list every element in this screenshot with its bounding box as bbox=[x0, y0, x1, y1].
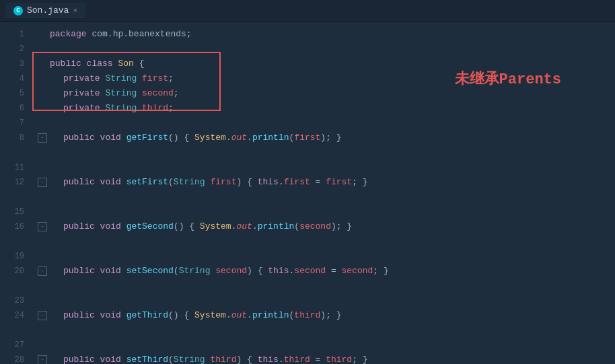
line-num-8: 8 bbox=[5, 131, 24, 145]
code-line-12: - public void setFirst(String first) { t… bbox=[38, 175, 615, 190]
fold-icon-16[interactable]: - bbox=[38, 222, 47, 231]
line-num-15: 15 bbox=[5, 205, 24, 219]
code-line-19 bbox=[38, 249, 615, 264]
tab-close-button[interactable]: × bbox=[73, 7, 77, 15]
code-line-1: package com.hp.beanextends; bbox=[38, 27, 615, 42]
line-numbers: 1 2 3 4 5 6 7 8 11 12 15 16 19 20 23 24 … bbox=[0, 22, 32, 364]
line-num-7: 7 bbox=[5, 116, 24, 131]
line-num-1: 1 bbox=[5, 27, 24, 42]
line-num-19: 19 bbox=[5, 249, 24, 264]
code-line-2 bbox=[38, 42, 615, 57]
code-line-15 bbox=[38, 205, 615, 219]
annotation-text: 未继承Parents bbox=[455, 69, 561, 89]
code-area: 未继承Parents package com.hp.beanextends; p… bbox=[32, 22, 615, 364]
file-tab[interactable]: C Son.java × bbox=[5, 3, 85, 18]
code-line-6: private String third; bbox=[38, 101, 615, 116]
line-num-11: 11 bbox=[5, 160, 24, 175]
code-line-11 bbox=[38, 160, 615, 175]
fold-icon-28[interactable]: - bbox=[38, 355, 47, 364]
line-num-2: 2 bbox=[5, 42, 24, 57]
code-line-13 bbox=[38, 190, 615, 205]
line-num-9 bbox=[5, 145, 24, 160]
code-line-21 bbox=[38, 279, 615, 293]
code-line-7 bbox=[38, 116, 615, 131]
file-type-icon: C bbox=[13, 6, 23, 15]
line-num-20: 20 bbox=[5, 264, 24, 279]
line-num-23: 23 bbox=[5, 293, 24, 308]
fold-icon-12[interactable]: - bbox=[38, 178, 47, 187]
code-line-8: - public void getFirst() { System.out.pr… bbox=[38, 131, 615, 145]
line-num-21 bbox=[5, 279, 24, 293]
line-num-6: 6 bbox=[5, 101, 24, 116]
line-num-3: 3 bbox=[5, 57, 24, 71]
line-num-13 bbox=[5, 190, 24, 205]
line-num-5: 5 bbox=[5, 86, 24, 101]
line-num-24: 24 bbox=[5, 308, 24, 323]
line-num-25 bbox=[5, 323, 24, 338]
code-line-23 bbox=[38, 293, 615, 308]
tab-filename: Son.java bbox=[27, 5, 69, 15]
line-num-17 bbox=[5, 234, 24, 249]
line-num-12: 12 bbox=[5, 175, 24, 190]
code-line-28: - public void setThird(String third) { t… bbox=[38, 353, 615, 364]
code-line-24: - public void getThird() { System.out.pr… bbox=[38, 308, 615, 323]
fold-icon-24[interactable]: - bbox=[38, 311, 47, 320]
title-bar: C Son.java × bbox=[0, 0, 615, 22]
line-num-4: 4 bbox=[5, 71, 24, 86]
line-num-16: 16 bbox=[5, 219, 24, 234]
code-line-9 bbox=[38, 145, 615, 160]
editor-area: 1 2 3 4 5 6 7 8 11 12 15 16 19 20 23 24 … bbox=[0, 22, 615, 364]
line-num-27: 27 bbox=[5, 338, 24, 353]
code-line-20: - public void setSecond(String second) {… bbox=[38, 264, 615, 279]
fold-icon-20[interactable]: - bbox=[38, 266, 47, 276]
code-line-25 bbox=[38, 323, 615, 338]
code-line-27 bbox=[38, 338, 615, 353]
fold-icon-8[interactable]: - bbox=[38, 133, 47, 143]
code-line-16: - public void getSecond() { System.out.p… bbox=[38, 219, 615, 234]
line-num-28: 28 bbox=[5, 353, 24, 364]
code-line-17 bbox=[38, 234, 615, 249]
